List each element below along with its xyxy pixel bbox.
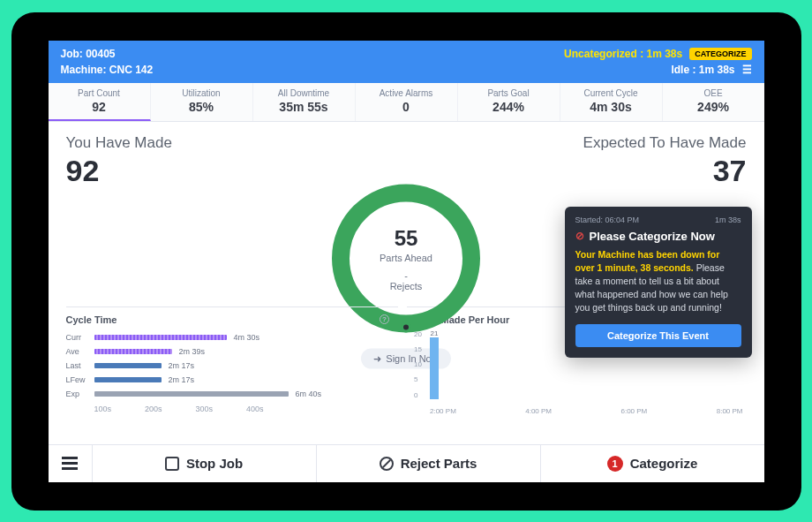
header: Job: 00405 Uncategorized : 1m 38s CATEGO…: [49, 41, 764, 83]
categorize-popup: Started: 06:04 PM 1m 38s ⊘ Please Catego…: [565, 207, 752, 358]
menu-button[interactable]: [49, 445, 93, 482]
help-icon[interactable]: ?: [380, 314, 389, 324]
stat-part-count[interactable]: Part Count 92: [49, 83, 151, 121]
stats-bar: Part Count 92 Utilization 85% All Downti…: [49, 83, 764, 122]
stat-downtime[interactable]: All Downtime 35m 55s: [253, 83, 356, 121]
cycle-time-row: Curr4m 30s: [66, 330, 399, 344]
idle-status: Idle : 1m 38s: [671, 64, 734, 76]
stat-oee[interactable]: OEE 249%: [663, 83, 764, 121]
footer: Stop Job Reject Parts 1 Categorize: [49, 444, 764, 482]
categorize-event-button[interactable]: Categorize This Event: [575, 324, 741, 347]
stop-icon: [165, 457, 179, 471]
parts-made-bar: [430, 337, 439, 399]
screen: Job: 00405 Uncategorized : 1m 38s CATEGO…: [49, 41, 764, 482]
cycle-time-row: Last2m 17s: [66, 359, 399, 373]
stat-label: Part Count: [50, 88, 148, 98]
alert-icon: ⊘: [575, 230, 584, 242]
stat-alarms[interactable]: Active Alarms 0: [356, 83, 458, 121]
stop-job-button[interactable]: Stop Job: [93, 445, 317, 482]
expected-to-have-made: Expected To Have Made 37: [583, 134, 747, 188]
popup-started: Started: 06:04 PM: [575, 216, 640, 224]
reject-parts-button[interactable]: Reject Parts: [317, 445, 541, 482]
cycle-time-row: Ave2m 39s: [66, 344, 399, 359]
machine-label: Machine: CNC 142: [61, 64, 154, 76]
menu-icon: [62, 457, 78, 470]
reject-icon: [380, 457, 394, 471]
cycle-time-row: LFew2m 17s: [66, 373, 399, 387]
stat-utilization[interactable]: Utilization 85%: [151, 83, 253, 121]
job-label: Job: 00405: [61, 48, 116, 60]
stat-parts-goal[interactable]: Parts Goal 244%: [458, 83, 560, 121]
popup-body: Your Machine has been down for over 1 mi…: [575, 248, 741, 315]
categorize-badge: 1: [607, 456, 623, 472]
stat-value: 92: [50, 100, 148, 114]
tablet-frame: Job: 00405 Uncategorized : 1m 38s CATEGO…: [11, 12, 801, 511]
categorize-footer-button[interactable]: 1 Categorize: [541, 445, 764, 482]
cycle-time-row: Exp6m 40s: [66, 387, 399, 401]
cycle-time-panel: Cycle Time ? Curr4m 30sAve2m 39sLast2m 1…: [66, 306, 399, 439]
ring-marker-icon: [401, 322, 411, 332]
popup-elapsed: 1m 38s: [715, 216, 741, 224]
stat-current-cycle[interactable]: Current Cycle 4m 30s: [560, 83, 663, 121]
uncategorized-status: Uncategorized : 1m 38s: [564, 48, 682, 60]
idle-menu-icon[interactable]: ☰: [742, 64, 752, 76]
categorize-header-button[interactable]: CATEGORIZE: [689, 48, 751, 60]
main: You Have Made 92 Expected To Have Made 3…: [49, 122, 764, 444]
you-have-made: You Have Made 92: [66, 134, 172, 188]
parts-ahead-value: 55: [395, 225, 418, 250]
